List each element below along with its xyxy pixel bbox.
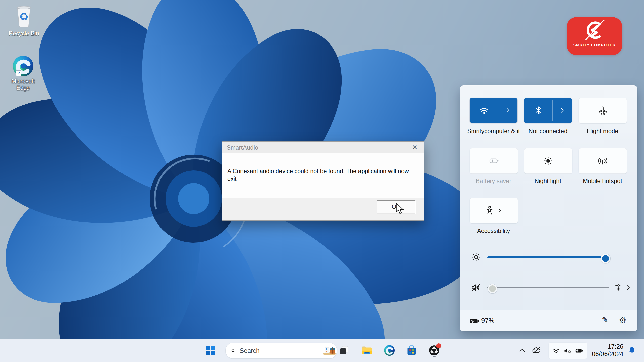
brightness-slider-thumb[interactable] xyxy=(601,254,610,263)
qs-tile-battery-saver[interactable] xyxy=(470,148,518,174)
qs-tile-night-light[interactable] xyxy=(524,148,572,174)
close-icon[interactable]: ✕ xyxy=(410,143,419,152)
tray-time: 17:26 xyxy=(589,343,623,350)
battery-charging-tray-icon xyxy=(575,347,583,354)
running-indicator xyxy=(433,356,436,357)
taskbar-clock[interactable]: 17:26 06/06/2024 xyxy=(589,343,623,358)
search-input[interactable] xyxy=(239,347,321,355)
taskbar-search[interactable] xyxy=(225,343,337,359)
qs-footer: 97% ✎ ⚙ xyxy=(460,310,637,331)
qs-tile-mobile-hotspot[interactable] xyxy=(579,148,627,174)
volume-slider[interactable] xyxy=(487,284,609,291)
watermark-brand-text: SMRITY COMPUTER xyxy=(573,43,616,47)
qs-label-bluetooth: Not connected xyxy=(521,127,574,135)
edit-quick-settings-button[interactable]: ✎ xyxy=(599,314,611,326)
desktop-icon-label: Recycle Bin xyxy=(4,30,44,37)
bell-icon xyxy=(628,346,636,355)
chevron-right-icon[interactable] xyxy=(624,284,632,291)
search-highlight-icon[interactable] xyxy=(321,343,337,358)
edge-swirl-icon xyxy=(384,345,395,356)
qs-bluetooth-expand[interactable] xyxy=(553,98,572,123)
edge-icon xyxy=(384,345,395,356)
dialog-body: A Conexant audio device could not be fou… xyxy=(222,153,424,198)
wifi-icon xyxy=(479,106,489,115)
dialog-message: A Conexant audio device could not be fou… xyxy=(227,167,415,183)
recycle-bin-icon: ♻ xyxy=(14,5,34,29)
smrity-computer-watermark: SMRITY COMPUTER xyxy=(567,17,622,55)
search-icon xyxy=(231,347,236,354)
qs-label-flight-mode: Flight mode xyxy=(576,127,629,135)
chevron-right-icon xyxy=(497,208,503,214)
shortcut-arrow-icon: ↗ xyxy=(16,70,21,76)
file-explorer-button[interactable] xyxy=(359,343,374,358)
qs-label-wifi: Smritycomputer & it xyxy=(467,127,520,135)
desktop-icon-microsoft-edge[interactable]: ↗ Microsoft Edge xyxy=(3,56,43,92)
desktop-icon-label: Microsoft Edge xyxy=(4,78,42,92)
battery-percent[interactable]: 97% xyxy=(481,316,494,324)
desktop-icon-recycle-bin[interactable]: ♻ Recycle Bin xyxy=(4,5,44,37)
settings-button[interactable]: ⚙ xyxy=(617,314,629,326)
task-view-icon xyxy=(339,345,349,355)
file-explorer-icon xyxy=(361,345,373,355)
windows-logo-icon xyxy=(206,346,215,355)
edge-browser-button[interactable] xyxy=(382,343,397,358)
onedrive-tray-button[interactable] xyxy=(529,343,543,358)
pencil-icon: ✎ xyxy=(602,316,608,324)
battery-charging-icon[interactable] xyxy=(469,317,480,325)
dialog-title: SmartAudio xyxy=(227,144,258,151)
accessibility-icon xyxy=(485,206,494,216)
smrity-logo-icon xyxy=(581,17,608,43)
volume-slider-thumb[interactable] xyxy=(488,284,497,293)
dialog-footer: OK xyxy=(222,198,424,220)
desktop: ♻ Recycle Bin ↗ Microsoft Edge SMRITY CO… xyxy=(0,0,644,362)
volume-muted-tray-icon xyxy=(564,347,571,354)
brightness-icon xyxy=(471,252,481,262)
quick-settings-tray-button[interactable] xyxy=(548,342,587,359)
tray-overflow-button[interactable] xyxy=(516,343,528,358)
taskbar: 17:26 06/06/2024 xyxy=(0,339,644,362)
qs-label-night-light: Night light xyxy=(521,177,574,185)
obs-studio-button[interactable] xyxy=(427,343,442,358)
audio-output-icon[interactable] xyxy=(614,283,623,292)
qs-label-mobile-hotspot: Mobile hotspot xyxy=(576,177,629,185)
qs-tile-accessibility[interactable] xyxy=(470,198,518,223)
wifi-tray-icon xyxy=(552,347,560,354)
airplane-icon xyxy=(598,106,608,116)
notification-center-button[interactable] xyxy=(625,343,638,358)
qs-tile-bluetooth[interactable] xyxy=(524,98,572,123)
qs-label-battery-saver: Battery saver xyxy=(467,177,520,185)
mobile-hotspot-icon xyxy=(597,156,608,166)
qs-tile-wifi[interactable] xyxy=(470,98,517,123)
microsoft-store-button[interactable] xyxy=(404,343,419,358)
mouse-cursor xyxy=(395,203,406,215)
quick-settings-panel: Smritycomputer & it Not connected Flight… xyxy=(460,85,637,331)
recycle-symbol: ♻ xyxy=(19,11,29,23)
qs-tile-flight-mode[interactable] xyxy=(579,98,627,123)
edge-icon: ↗ xyxy=(13,56,33,76)
dialog-titlebar[interactable]: SmartAudio ✕ xyxy=(222,142,424,153)
cloud-offline-icon xyxy=(532,347,541,354)
chevron-up-icon xyxy=(519,348,526,353)
microsoft-store-icon xyxy=(406,345,417,356)
qs-wifi-expand[interactable] xyxy=(498,98,517,123)
night-light-icon xyxy=(543,156,553,166)
bluetooth-icon xyxy=(535,106,542,115)
brightness-slider[interactable] xyxy=(487,254,609,261)
battery-saver-icon xyxy=(488,156,499,165)
gear-icon: ⚙ xyxy=(619,315,626,325)
tray-date: 06/06/2024 xyxy=(589,350,623,358)
chevron-right-icon xyxy=(505,107,511,114)
notification-badge xyxy=(436,343,441,348)
chevron-right-icon xyxy=(559,107,566,114)
start-button[interactable] xyxy=(203,343,218,358)
smartaudio-dialog: SmartAudio ✕ A Conexant audio device cou… xyxy=(222,141,424,221)
volume-muted-icon[interactable] xyxy=(471,283,481,292)
qs-label-accessibility: Accessibility xyxy=(467,227,520,234)
task-view-button[interactable] xyxy=(337,343,352,358)
